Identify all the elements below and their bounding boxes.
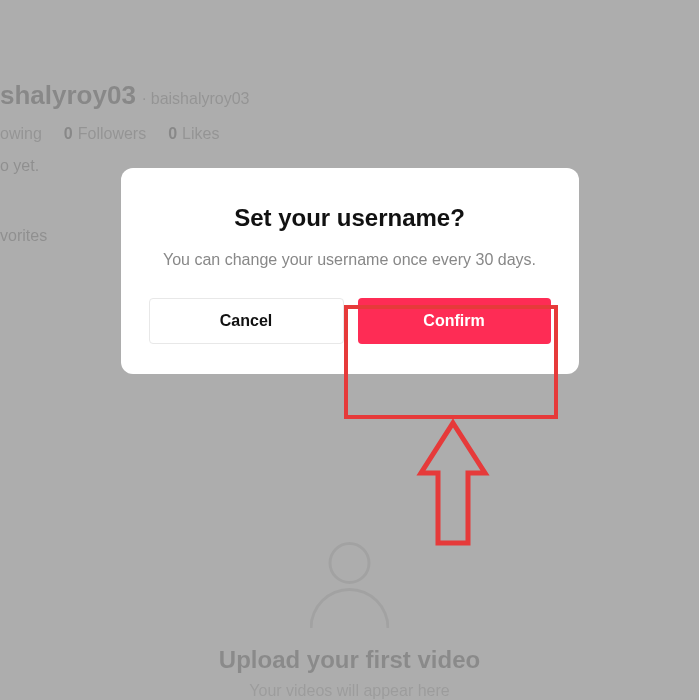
modal-actions: Cancel Confirm: [149, 298, 551, 344]
modal-title: Set your username?: [149, 204, 551, 232]
username-modal: Set your username? You can change your u…: [121, 168, 579, 374]
modal-overlay[interactable]: Set your username? You can change your u…: [0, 0, 699, 700]
confirm-button[interactable]: Confirm: [358, 298, 551, 344]
cancel-button[interactable]: Cancel: [149, 298, 344, 344]
modal-body: You can change your username once every …: [149, 248, 551, 272]
